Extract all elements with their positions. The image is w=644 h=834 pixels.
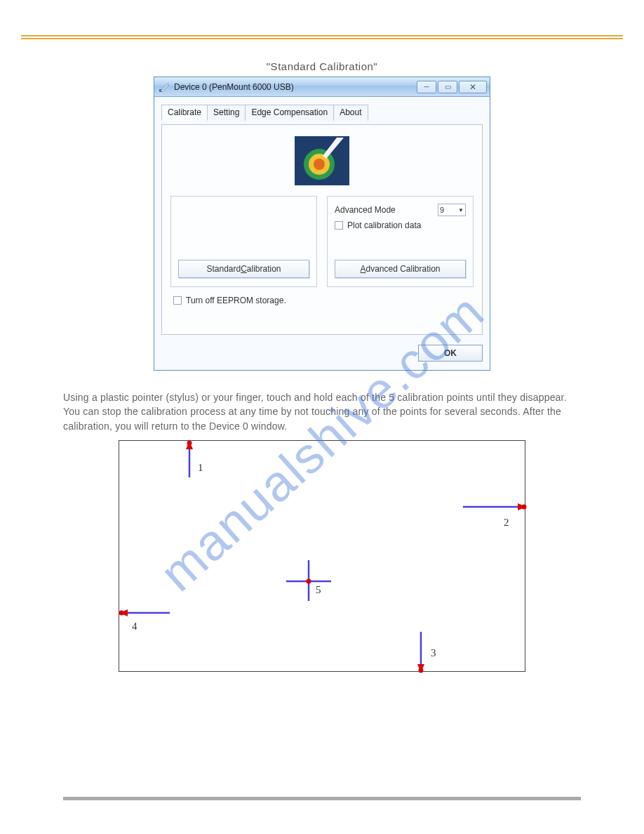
cal-label-1: 1 [198, 462, 203, 474]
svg-marker-5 [323, 138, 344, 159]
footer-rule [63, 797, 581, 800]
tab-about[interactable]: About [333, 105, 368, 121]
pen-icon [159, 81, 170, 93]
cal-label-4: 4 [132, 621, 137, 633]
advanced-mode-label: Advanced Mode [335, 205, 396, 215]
advanced-mode-select[interactable]: 9 ▼ [438, 204, 466, 216]
calibration-hero [170, 136, 474, 187]
dialog-window: Device 0 (PenMount 6000 USB) ─ ▭ ✕ Calib… [154, 77, 490, 371]
advanced-calibration-button[interactable]: Advanced Calibration [335, 260, 466, 278]
eeprom-checkbox[interactable] [173, 296, 182, 305]
figure-caption: "Standard Calibration" [0, 60, 644, 72]
std-btn-pre: Standard [206, 264, 241, 274]
header-rule [21, 35, 623, 39]
eeprom-label: Turn off EEPROM storage. [186, 296, 286, 305]
maximize-button[interactable]: ▭ [438, 81, 457, 93]
cal-point-2-dot [522, 504, 527, 509]
cal-point-4-dot [119, 610, 124, 615]
tab-calibrate[interactable]: Calibrate [161, 105, 208, 121]
advanced-mode-value: 9 [440, 206, 444, 214]
std-btn-post: alibration [247, 264, 281, 274]
cal-point-1-dot [187, 440, 192, 445]
svg-marker-1 [161, 84, 169, 92]
window-title: Device 0 (PenMount 6000 USB) [174, 82, 417, 92]
titlebar[interactable]: Device 0 (PenMount 6000 USB) ─ ▭ ✕ [154, 77, 490, 97]
plot-checkbox[interactable] [335, 221, 343, 230]
cal-point-5-dot [307, 578, 311, 583]
minimize-button[interactable]: ─ [417, 81, 436, 93]
tab-setting[interactable]: Setting [207, 105, 246, 121]
target-icon [295, 136, 349, 185]
tab-edge-compensation[interactable]: Edge Compensation [245, 105, 334, 121]
std-btn-u: C [241, 264, 247, 274]
standard-calibration-button[interactable]: Standard Calibration [178, 260, 309, 278]
advanced-panel: Advanced Mode 9 ▼ Plot calibration data [327, 196, 474, 287]
close-button[interactable]: ✕ [459, 81, 487, 93]
cal-label-5: 5 [316, 584, 321, 596]
instruction-paragraph: Using a plastic pointer (stylus) or your… [63, 390, 581, 433]
cal-label-3: 3 [431, 647, 436, 659]
cal-point-3-dot [419, 668, 424, 673]
plot-label: Plot calibration data [347, 220, 421, 230]
ok-button[interactable]: OK [418, 345, 483, 362]
adv-btn-u: A [360, 264, 365, 274]
calibration-diagram: 1 2 3 4 5 [119, 440, 525, 672]
standard-panel: Standard Calibration [170, 196, 317, 287]
cal-label-2: 2 [504, 517, 509, 529]
chevron-down-icon: ▼ [458, 207, 464, 213]
svg-point-4 [314, 159, 325, 170]
adv-btn-post: dvanced Calibration [365, 264, 440, 274]
tab-strip: Calibrate Setting Edge Compensation Abou… [161, 104, 483, 120]
tab-content: Standard Calibration Advanced Mode 9 ▼ [161, 124, 483, 335]
